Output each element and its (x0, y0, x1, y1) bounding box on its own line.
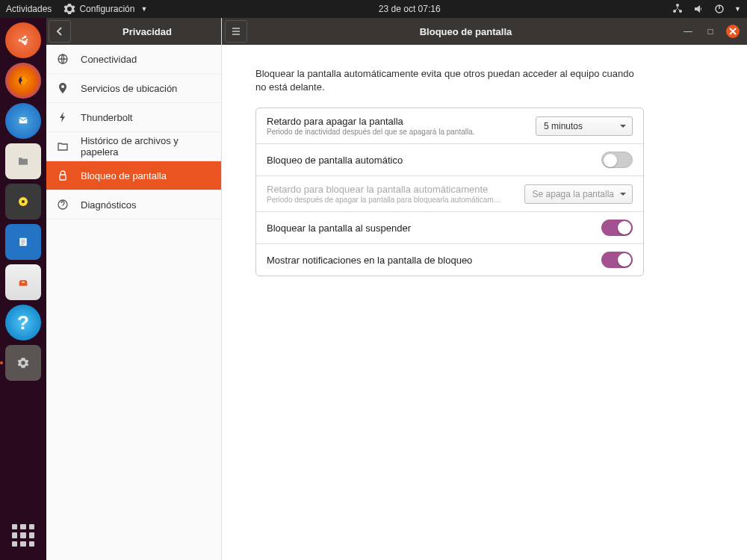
help-icon (57, 199, 69, 211)
nav-label: Bloqueo de pantalla (81, 170, 167, 181)
nav-label: Thunderbolt (81, 112, 132, 123)
nav-label: Servicios de ubicación (81, 83, 177, 94)
nav-label: Histórico de archivos y papelera (81, 135, 211, 158)
row-sublabel: Periodo después de apagar la pantalla pa… (267, 196, 515, 204)
row-label: Mostrar notificaciones en la pantalla de… (267, 255, 592, 266)
minimize-button[interactable]: — (681, 25, 695, 38)
chevron-down-icon[interactable]: ▼ (734, 5, 741, 13)
row-lock-delay: Retardo para bloquear la pantalla automá… (256, 176, 643, 212)
row-label: Bloqueo de pantalla automático (267, 155, 592, 166)
nav-diagnostics[interactable]: Diagnósticos (46, 190, 221, 220)
svg-point-9 (22, 200, 25, 203)
svg-point-4 (19, 39, 21, 41)
nav-screenlock[interactable]: Bloqueo de pantalla (46, 161, 221, 190)
nav-thunderbolt[interactable]: Thunderbolt (46, 103, 221, 132)
dock: ? (0, 18, 46, 560)
thunderbolt-icon (57, 111, 69, 123)
sidebar-title: Privacidad (73, 26, 221, 37)
dock-ubuntu[interactable] (5, 22, 41, 58)
svg-rect-10 (19, 238, 26, 246)
activities-button[interactable]: Actividades (6, 4, 52, 14)
nav-connectivity[interactable]: Conectividad (46, 45, 221, 74)
dock-thunderbird[interactable] (5, 103, 41, 139)
app-menu[interactable]: Configuración ▼ (63, 3, 147, 15)
gear-icon (63, 3, 75, 15)
nav-history[interactable]: Histórico de archivos y papelera (46, 132, 221, 161)
chevron-left-icon (54, 25, 66, 37)
row-blank-delay: Retardo para apagar la pantalla Periodo … (256, 108, 643, 144)
row-label: Retardo para apagar la pantalla (267, 116, 527, 127)
main-title: Bloqueo de pantalla (250, 26, 681, 37)
dock-software[interactable] (5, 264, 41, 300)
volume-icon[interactable] (692, 3, 704, 15)
chevron-down-icon: ▼ (140, 5, 147, 13)
nav-location[interactable]: Servicios de ubicación (46, 74, 221, 103)
dock-firefox[interactable] (5, 63, 41, 99)
close-button[interactable] (726, 25, 740, 38)
location-icon (57, 82, 69, 94)
dock-writer[interactable] (5, 224, 41, 260)
row-label: Bloquear la pantalla al suspender (267, 223, 592, 234)
notifications-toggle[interactable] (601, 252, 633, 268)
auto-lock-toggle[interactable] (601, 152, 633, 168)
row-label: Retardo para bloquear la pantalla automá… (267, 184, 515, 195)
lock-icon (57, 169, 69, 181)
row-sublabel: Periodo de inactividad después del que s… (267, 128, 527, 136)
settings-window: Privacidad Conectividad Servicios de ubi… (46, 18, 747, 560)
close-icon (727, 25, 739, 37)
back-button[interactable] (49, 20, 71, 43)
hamburger-icon (230, 25, 242, 37)
dock-rhythmbox[interactable] (5, 184, 41, 220)
dock-files[interactable] (5, 143, 41, 179)
network-icon[interactable] (672, 3, 684, 15)
top-bar: Actividades Configuración ▼ 23 de oct 07… (0, 0, 747, 18)
dock-help[interactable]: ? (5, 305, 41, 340)
nav-label: Diagnósticos (81, 199, 136, 211)
sidebar: Privacidad Conectividad Servicios de ubi… (46, 18, 222, 560)
svg-point-0 (676, 4, 679, 7)
menu-button[interactable] (225, 20, 247, 43)
lock-suspend-toggle[interactable] (601, 220, 633, 236)
settings-panel: Retardo para apagar la pantalla Periodo … (255, 108, 644, 276)
svg-point-5 (24, 36, 26, 38)
folder-icon (57, 140, 69, 152)
globe-icon (57, 53, 69, 65)
lock-delay-dropdown: Se apaga la pantalla (524, 184, 633, 204)
row-lock-suspend: Bloquear la pantalla al suspender (256, 212, 643, 244)
row-auto-lock: Bloqueo de pantalla automático (256, 144, 643, 176)
description-text: Bloquear la pantalla automáticamente evi… (255, 67, 644, 94)
maximize-button[interactable]: □ (704, 25, 717, 38)
show-applications[interactable] (12, 524, 34, 547)
power-icon[interactable] (713, 3, 725, 15)
clock[interactable]: 23 de oct 07:16 (147, 4, 672, 14)
row-notifications: Mostrar notificaciones en la pantalla de… (256, 244, 643, 276)
dock-settings[interactable] (5, 345, 41, 381)
nav-label: Conectividad (81, 54, 137, 65)
blank-delay-dropdown[interactable]: 5 minutos (536, 116, 633, 136)
svg-rect-12 (60, 175, 66, 180)
